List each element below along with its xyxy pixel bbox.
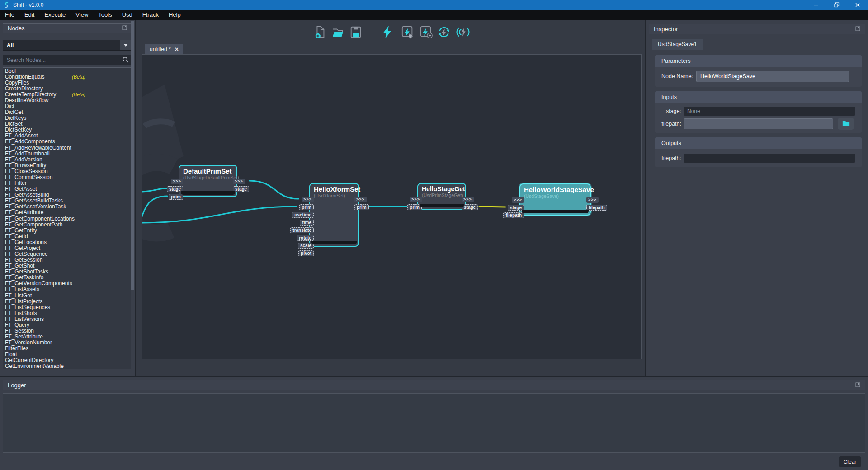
node-graph-canvas[interactable]: DefaultPrimSet (UsdStageDefaultPrimSet) … xyxy=(142,54,642,359)
output-port[interactable]: >>> xyxy=(354,197,367,202)
node-list-item[interactable]: FT_GetProject xyxy=(3,245,132,251)
node-list-item[interactable]: FT_Session xyxy=(3,328,132,334)
execute-icon[interactable] xyxy=(381,25,394,39)
minimize-button[interactable] xyxy=(806,0,826,10)
node-list-item[interactable]: FilterFiles xyxy=(3,346,132,352)
graph-node-helloworldstagesave[interactable]: HelloWorldStageSave (UsdStageSave) >>>st… xyxy=(519,183,591,216)
filepath-input[interactable] xyxy=(684,118,833,129)
input-port[interactable]: pivot xyxy=(298,250,314,256)
node-list-item[interactable]: CreateTempDirectory (Beta) xyxy=(3,91,132,97)
inspector-node-tab[interactable]: UsdStageSave1 xyxy=(652,39,703,50)
node-list-item[interactable]: FT_GetSession xyxy=(3,257,132,263)
node-list-item[interactable]: Float xyxy=(3,352,132,357)
search-input[interactable] xyxy=(3,57,122,63)
node-list-scrollbar[interactable] xyxy=(131,21,134,375)
node-list-item[interactable]: FT_GetId xyxy=(3,233,132,239)
input-port[interactable]: stage xyxy=(508,205,524,211)
node-list-item[interactable]: FT_GetAssetVersionTask xyxy=(3,204,132,210)
menu-item[interactable]: Execute xyxy=(39,10,71,20)
undock-icon[interactable] xyxy=(855,382,860,389)
node-list-item[interactable]: GetCurrentDirectory xyxy=(3,357,132,363)
input-port[interactable]: >>> xyxy=(171,179,183,184)
node-list-item[interactable]: FT_AddVersion xyxy=(3,156,132,162)
node-list-item[interactable]: GetEnvironmentVariable xyxy=(3,363,132,369)
output-port[interactable]: filepath xyxy=(586,205,607,211)
execute-after-icon[interactable] xyxy=(420,25,433,39)
node-list-item[interactable]: FT_GetAsset xyxy=(3,186,132,192)
output-port[interactable]: >>> xyxy=(586,197,599,203)
graph-node-helloxformset[interactable]: HelloXformSet (UsdXformSet) >>>primuseti… xyxy=(309,183,359,247)
input-port[interactable]: >>> xyxy=(512,197,524,203)
node-list-item[interactable]: FT_GetAttribute xyxy=(3,210,132,216)
node-list-item[interactable]: FT_AddThumbnail xyxy=(3,150,132,156)
node-list-item[interactable]: DictSetKey xyxy=(3,127,132,133)
node-list-item[interactable]: FT_GetVersionComponents xyxy=(3,281,132,287)
node-list-item[interactable]: FT_GetShotTasks xyxy=(3,269,132,275)
input-port[interactable]: filepath xyxy=(503,212,524,218)
input-port[interactable]: prim xyxy=(407,204,422,210)
input-port[interactable]: scale xyxy=(298,243,314,249)
node-list-item[interactable]: FT_CommitSession xyxy=(3,174,132,180)
undock-icon[interactable] xyxy=(855,26,860,33)
node-list-item[interactable]: FT_GetAssetBuild xyxy=(3,192,132,198)
input-port[interactable]: time xyxy=(300,220,314,226)
open-file-icon[interactable] xyxy=(331,25,345,39)
node-list-item[interactable]: FT_ListSequences xyxy=(3,304,132,310)
output-port[interactable]: >>> xyxy=(462,197,474,202)
node-name-input[interactable] xyxy=(696,70,849,82)
menu-item[interactable]: Usd xyxy=(117,10,137,20)
node-list-item[interactable]: FT_AddComponents xyxy=(3,139,132,145)
menu-item[interactable]: Ftrack xyxy=(137,10,164,20)
node-list-item[interactable]: FT_GetSequence xyxy=(3,251,132,257)
node-list-item[interactable]: FT_VersionNumber xyxy=(3,340,132,346)
output-port[interactable]: stage xyxy=(233,186,249,192)
node-list-item[interactable]: DictGet xyxy=(3,109,132,115)
node-list-item[interactable]: FT_Query xyxy=(3,322,132,328)
scrollbar-thumb[interactable] xyxy=(131,21,134,290)
close-button[interactable] xyxy=(847,0,868,10)
input-port[interactable]: >>> xyxy=(410,197,422,202)
node-list-item[interactable]: FT_GetShot xyxy=(3,263,132,269)
node-list-item[interactable]: DictSet xyxy=(3,121,132,127)
input-port[interactable]: prim xyxy=(169,194,183,200)
node-list-item[interactable]: ConditionEquals (Beta) xyxy=(3,74,132,80)
node-list-item[interactable]: FT_GetAssetBuildTasks xyxy=(3,198,132,204)
node-list-item[interactable]: FT_ListProjects xyxy=(3,298,132,304)
node-list-item[interactable]: Dict xyxy=(3,103,132,109)
node-list-item[interactable]: DictKeys xyxy=(3,115,132,121)
node-list-item[interactable]: FT_SetAttribute xyxy=(3,334,132,340)
input-port[interactable]: prim xyxy=(299,204,314,210)
execute-selected-icon[interactable] xyxy=(401,25,415,39)
graph-tab[interactable]: untitled * × xyxy=(145,44,183,54)
node-list-item[interactable]: FT_AddAsset xyxy=(3,133,132,139)
graph-node-defaultprimset[interactable]: DefaultPrimSet (UsdStageDefaultPrimSet) … xyxy=(179,165,237,197)
live-update-icon[interactable] xyxy=(456,25,470,39)
node-list-item[interactable]: FT_Filter xyxy=(3,180,132,186)
node-list-item[interactable]: FT_ListGet xyxy=(3,292,132,298)
menu-item[interactable]: Help xyxy=(164,10,186,20)
output-port[interactable]: prim xyxy=(354,204,369,210)
node-list-item[interactable]: FT_GetEntity xyxy=(3,227,132,233)
input-port[interactable]: stage xyxy=(167,186,183,192)
node-list-item[interactable]: Bool xyxy=(3,68,132,74)
node-list-item[interactable]: DeadlineWorkflow xyxy=(3,97,132,103)
node-list-item[interactable]: FT_ListAssets xyxy=(3,287,132,292)
node-type-list[interactable]: Bool ConditionEquals (Beta) CopyFiles Cr… xyxy=(3,67,132,369)
save-file-icon[interactable] xyxy=(349,25,363,39)
node-list-item[interactable]: FT_BrowseEntity xyxy=(3,162,132,168)
node-list-item[interactable]: FT_CloseSession xyxy=(3,168,132,174)
node-list-item[interactable]: FT_GetLocations xyxy=(3,239,132,245)
menu-item[interactable]: View xyxy=(71,10,93,20)
tab-close-icon[interactable]: × xyxy=(175,46,179,52)
menu-item[interactable]: Tools xyxy=(93,10,117,20)
undock-icon[interactable] xyxy=(122,25,127,32)
input-port[interactable]: >>> xyxy=(302,197,314,202)
input-port[interactable]: rotate xyxy=(297,235,314,241)
node-list-item[interactable]: FT_ListShots xyxy=(3,310,132,316)
node-list-item[interactable]: CopyFiles xyxy=(3,80,132,85)
input-port[interactable]: translate xyxy=(290,227,314,233)
output-port[interactable]: >>> xyxy=(233,179,245,184)
input-port[interactable]: usetime xyxy=(292,212,314,218)
node-list-item[interactable]: FT_GetComponentPath xyxy=(3,221,132,227)
menu-item[interactable]: Edit xyxy=(19,10,39,20)
